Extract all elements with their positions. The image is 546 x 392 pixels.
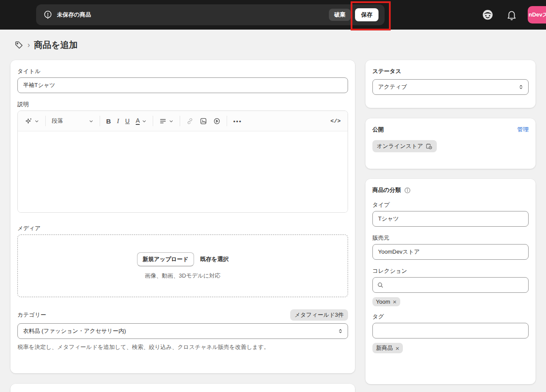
- discard-button[interactable]: 破棄: [329, 9, 351, 21]
- media-label: メディア: [17, 224, 348, 233]
- collections-search-input[interactable]: [372, 277, 529, 293]
- organization-label: 商品の分類: [372, 186, 401, 194]
- publishing-card: 公開 管理 オンラインストア: [365, 118, 536, 169]
- online-store-channel-chip[interactable]: オンラインストア: [372, 140, 437, 152]
- category-hint: 税率を決定し、メタフィールドを追加して、検索、絞り込み、クロスチャネル販売を改善…: [17, 343, 348, 351]
- more-formatting-icon[interactable]: •••: [231, 116, 245, 127]
- page-title: 商品を追加: [34, 39, 77, 51]
- status-select[interactable]: アクティブ: [372, 79, 529, 95]
- product-details-card: タイトル 説明 段落 B I U A: [10, 60, 355, 373]
- description-textarea[interactable]: [18, 131, 348, 212]
- ai-sparkle-button[interactable]: [22, 115, 42, 127]
- type-label: タイプ: [372, 201, 529, 209]
- sidekick-assistant-icon[interactable]: [481, 8, 494, 21]
- store-avatar[interactable]: nDevス: [528, 6, 546, 23]
- save-button[interactable]: 保存: [355, 8, 379, 21]
- products-tag-icon[interactable]: [14, 40, 23, 50]
- breadcrumb: › 商品を追加: [14, 39, 77, 51]
- metafields-badge[interactable]: メタフィールド3件: [290, 309, 348, 321]
- text-color-button[interactable]: A: [133, 115, 149, 127]
- select-updown-icon: [338, 328, 343, 334]
- show-html-icon[interactable]: </>: [328, 116, 343, 127]
- info-icon[interactable]: [404, 187, 411, 194]
- status-card: ステータス アクティブ: [365, 60, 536, 108]
- breadcrumb-chevron-icon: ›: [27, 41, 30, 49]
- category-label: カテゴリー: [17, 311, 46, 319]
- unsaved-label: 未保存の商品: [57, 11, 91, 19]
- tags-input[interactable]: [372, 323, 529, 338]
- text-align-button[interactable]: [157, 115, 176, 127]
- text-color-letter: A: [136, 117, 140, 125]
- insert-image-icon[interactable]: [197, 115, 210, 127]
- remove-tag-icon[interactable]: ×: [395, 345, 399, 352]
- insert-video-icon[interactable]: [211, 115, 223, 127]
- unsaved-changes-bar: 未保存の商品 破棄 保存: [36, 4, 385, 25]
- tag-chip: 新商品 ×: [372, 343, 403, 353]
- schedule-calendar-clock-icon: [425, 143, 432, 150]
- description-editor: 段落 B I U A: [17, 111, 348, 213]
- alert-icon: [43, 10, 53, 20]
- title-label: タイトル: [17, 67, 348, 76]
- select-existing-button[interactable]: 既存を選択: [200, 255, 228, 263]
- underline-button[interactable]: U: [123, 115, 132, 127]
- insert-link-icon[interactable]: [184, 115, 196, 127]
- tag-chip-label: 新商品: [376, 344, 393, 352]
- collection-chip-label: Yoom: [376, 298, 390, 305]
- paragraph-style-value: 段落: [52, 117, 63, 125]
- search-icon: [377, 281, 384, 288]
- product-organization-card: 商品の分類 タイプ 販売元 コレクション Yoom × タグ: [365, 179, 536, 384]
- italic-button[interactable]: I: [114, 115, 122, 127]
- collection-chip: Yoom ×: [372, 297, 400, 306]
- type-input[interactable]: [372, 211, 529, 227]
- status-label: ステータス: [372, 67, 529, 76]
- media-dropzone[interactable]: 新規アップロード 既存を選択 画像、動画、3Dモデルに対応: [17, 235, 348, 297]
- channel-name: オンラインストア: [377, 142, 423, 150]
- top-bar: 未保存の商品 破棄 保存 nDevス: [0, 0, 546, 30]
- description-label: 説明: [17, 100, 348, 109]
- publishing-label: 公開: [372, 125, 384, 134]
- category-value: 衣料品 (ファッション・アクセサリー内): [23, 327, 126, 335]
- vendor-input[interactable]: [372, 244, 529, 260]
- paragraph-style-dropdown[interactable]: 段落: [49, 115, 96, 127]
- remove-collection-icon[interactable]: ×: [393, 298, 397, 305]
- collections-label: コレクション: [372, 267, 529, 275]
- vendor-label: 販売元: [372, 234, 529, 242]
- next-section-card: [10, 384, 355, 392]
- bold-button[interactable]: B: [104, 115, 114, 127]
- category-select[interactable]: 衣料品 (ファッション・アクセサリー内): [17, 323, 348, 339]
- select-updown-icon: [518, 84, 524, 90]
- notifications-bell-icon[interactable]: [506, 9, 518, 21]
- media-hint: 画像、動画、3Dモデルに対応: [145, 272, 221, 280]
- avatar-label: nDevス: [529, 11, 546, 19]
- upload-new-button[interactable]: 新規アップロード: [137, 252, 194, 266]
- title-input[interactable]: [17, 77, 348, 93]
- status-value: アクティブ: [378, 83, 407, 91]
- tags-label: タグ: [372, 312, 529, 321]
- manage-link[interactable]: 管理: [517, 126, 529, 134]
- editor-toolbar: 段落 B I U A: [18, 111, 348, 131]
